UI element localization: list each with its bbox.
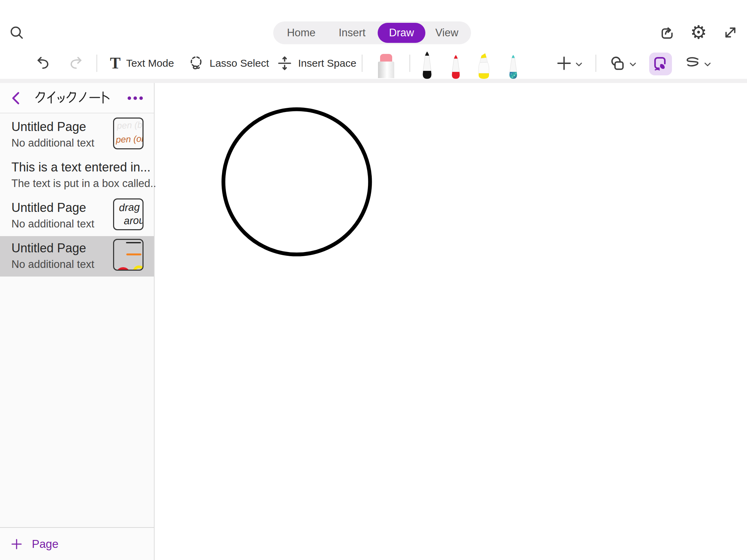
page-list-sidebar: Untitled Page No additional text pen (bl… [0, 83, 155, 560]
thumb-ink-text: pen (ora [116, 134, 144, 144]
red-pen-icon [448, 54, 464, 79]
tab-draw[interactable]: Draw [378, 23, 425, 43]
lasso-select-button[interactable]: Lasso Select [188, 52, 269, 75]
page-title: Untitled Page [11, 200, 86, 215]
onenote-app: Home Insert Draw View ⚙ [0, 0, 747, 560]
yellow-highlighter-icon [474, 52, 493, 79]
ink-to-shape-button[interactable] [649, 53, 672, 75]
eraser-cap [380, 54, 392, 62]
thumb-ink-text: drag [119, 202, 140, 213]
undo-button[interactable] [35, 54, 53, 73]
page-title: Untitled Page [11, 241, 86, 255]
toolbar-divider [596, 55, 596, 72]
scribble-dropdown[interactable] [703, 59, 712, 69]
insert-space-icon [277, 55, 293, 71]
plus-icon [10, 538, 23, 550]
chevron-down-icon [574, 60, 583, 69]
page-row-1[interactable]: Untitled Page No additional text pen (bl… [0, 115, 154, 155]
toolbar-divider [96, 55, 97, 72]
page-subtitle: No additional text [11, 137, 94, 149]
chevron-left-icon [9, 91, 24, 106]
lasso-label: Lasso Select [210, 57, 269, 69]
drawing-canvas[interactable] [155, 83, 747, 560]
shapes-icon [609, 55, 626, 72]
page-title: Untitled Page [11, 120, 86, 134]
eraser-tool[interactable] [378, 53, 394, 78]
page-list: Untitled Page No additional text pen (bl… [0, 115, 154, 277]
chevron-down-icon [628, 60, 637, 69]
text-mode-icon: T [110, 55, 121, 71]
page-row-4-selected[interactable]: Untitled Page No additional text [0, 236, 154, 277]
black-pen-tool[interactable] [419, 50, 435, 80]
tab-home[interactable]: Home [276, 23, 326, 43]
add-page-button[interactable]: Page [0, 527, 154, 560]
page-subtitle: No additional text [11, 218, 94, 230]
settings-button[interactable]: ⚙ [689, 22, 708, 43]
plus-icon [556, 55, 572, 72]
share-button[interactable] [659, 24, 675, 41]
ink-layer [155, 83, 747, 560]
thumb-ink-text: arou [123, 215, 144, 226]
drawn-circle [223, 109, 370, 254]
page-thumbnail: drag arou [113, 198, 144, 230]
add-pen-dropdown[interactable] [574, 59, 584, 69]
yellow-highlighter-tool[interactable] [474, 52, 493, 80]
tab-view[interactable]: View [425, 23, 468, 43]
page-row-2[interactable]: This is a text entered in... The text is… [0, 155, 154, 196]
ink-to-shape-icon [653, 56, 668, 72]
eraser-body [378, 62, 394, 78]
fullscreen-button[interactable] [722, 24, 739, 41]
insert-space-label: Insert Space [298, 57, 356, 69]
ellipsis-icon [128, 96, 131, 100]
redo-button[interactable] [66, 54, 84, 73]
scribble-button[interactable] [684, 55, 701, 73]
page-thumbnail [113, 239, 144, 271]
chevron-down-icon [703, 60, 712, 69]
redo-icon [67, 55, 83, 71]
toolbar-divider [409, 55, 410, 72]
ink-sketch-thumbnail [114, 240, 142, 270]
expand-icon [722, 24, 739, 41]
insert-space-button[interactable]: Insert Space [277, 52, 356, 75]
shapes-dropdown[interactable] [628, 59, 638, 69]
undo-icon [36, 55, 52, 71]
page-thumbnail: pen (bl pen (ora [113, 118, 144, 149]
notebook-title-glyphs [35, 90, 111, 106]
galaxy-pen-tool[interactable] [505, 54, 521, 80]
add-pen-button[interactable] [555, 55, 573, 72]
black-pen-icon [419, 50, 435, 79]
galaxy-pen-icon [505, 54, 521, 79]
toolbar-divider [362, 55, 362, 72]
page-subtitle: No additional text [11, 258, 94, 271]
page-subtitle: The text is put in a box called... [11, 177, 159, 190]
ribbon-tab-bar: Home Insert Draw View [273, 21, 471, 44]
page-row-3[interactable]: Untitled Page No additional text drag ar… [0, 196, 154, 236]
toolbar-bottom-band [0, 79, 747, 83]
gear-icon: ⚙ [690, 23, 707, 42]
add-page-label: Page [32, 538, 58, 551]
search-icon [9, 25, 25, 41]
ellipsis-icon [133, 96, 137, 100]
top-bar: Home Insert Draw View ⚙ [0, 0, 747, 79]
shapes-button[interactable] [609, 55, 627, 73]
ellipsis-icon [139, 96, 143, 100]
text-mode-label: Text Mode [126, 57, 174, 69]
tab-insert[interactable]: Insert [326, 23, 378, 43]
sidebar-header [0, 83, 154, 113]
scribble-icon [684, 56, 701, 72]
share-icon [659, 24, 675, 41]
notebook-title [35, 90, 111, 106]
thumb-ink-text: pen (bl [117, 120, 144, 130]
red-pen-tool[interactable] [448, 54, 464, 80]
back-button[interactable] [8, 89, 26, 107]
search-button[interactable] [9, 25, 25, 41]
notebook-menu-button[interactable] [125, 92, 146, 104]
text-mode-button[interactable]: T Text Mode [110, 52, 174, 75]
page-title: This is a text entered in... [11, 160, 150, 175]
lasso-icon [188, 55, 204, 71]
